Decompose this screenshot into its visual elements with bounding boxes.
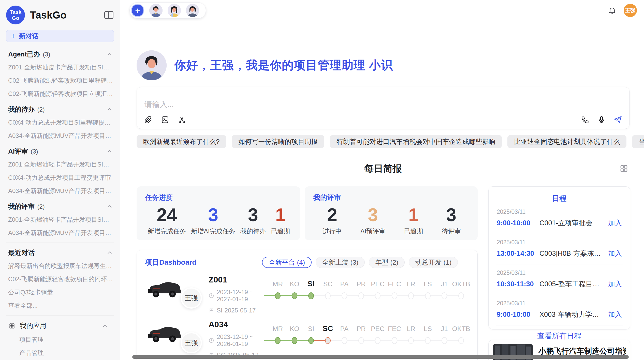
sidebar-item-product-mgmt[interactable]: 产品管理 (0, 346, 120, 359)
suggestion-chip[interactable]: 当下年轻人对汽车外观有怎样的喜好趋势 (632, 135, 644, 148)
section-title: AI评审 (8, 147, 28, 155)
tab-year-model[interactable]: 年型 (2) (369, 257, 405, 268)
list-item[interactable]: A034-全新新能源MUV产品开发项目法规符合性评审 (0, 184, 120, 198)
list-item[interactable]: 公司Q3轻卡销量 (0, 286, 120, 299)
bell-icon[interactable] (608, 6, 617, 15)
list-item[interactable]: C02-飞腾新能源轻客改款项目的闭环通告反馈情况 (0, 273, 120, 286)
milestone-label: PEC (371, 325, 384, 333)
greeting-row: 你好，王强，我是你的项目管理助理 小识 (137, 50, 630, 80)
section-recent-chats[interactable]: 最近对话 (0, 246, 120, 259)
stat-in-progress: 2 进行中 (323, 204, 342, 235)
suggestion-chip[interactable]: 特朗普可能对进口汽车增税会对中国车企造成哪些影响 (330, 135, 502, 148)
stat-value: 24 (148, 204, 186, 226)
sidebar-item-my-apps[interactable]: 我的应用 (0, 319, 120, 333)
apps-grid-icon (9, 323, 15, 329)
chevron-up-icon[interactable] (102, 323, 108, 329)
user-avatar[interactable]: 王强 (624, 4, 637, 17)
layout-grid-icon[interactable] (619, 164, 628, 173)
join-button[interactable]: 加入 (608, 279, 622, 289)
milestone-label: PA (340, 325, 349, 333)
milestone-label: PA (340, 280, 349, 288)
section-count: (3) (31, 148, 38, 155)
sidebar-item-project-mgmt[interactable]: 项目管理 (0, 333, 120, 346)
list-item[interactable]: A034-全新新能源MUV产品开发项目造型可行性评审 (0, 226, 120, 239)
join-button[interactable]: 加入 (608, 218, 622, 228)
composer[interactable]: 请输入... (137, 87, 630, 129)
milestone-timeline: MR KO SI SC PA PR PEC FEC LR LS J1 OKTB (264, 275, 470, 308)
suggestion-chip[interactable]: 欧洲新规最近颁布了什么? (137, 135, 226, 148)
schedule-time: 9:00-10:00 (497, 219, 539, 227)
tab-new-body[interactable]: 全新上装 (3) (316, 257, 365, 268)
milestone-label: MR (273, 280, 283, 288)
suggestion-chip[interactable]: 如何写一份清晰的项目周报 (232, 135, 324, 148)
collapse-sidebar-icon[interactable] (104, 11, 113, 19)
stats-row: 任务进度 24 新增完成任务 3 新增AI完成任务 3 (137, 186, 478, 240)
attachment-icon[interactable] (144, 115, 153, 124)
chevron-up-icon[interactable] (106, 51, 113, 58)
stat-value: 3 (442, 204, 461, 226)
section-agent-done[interactable]: Agent已办 (3) (0, 47, 120, 61)
horizontal-scrollbar[interactable] (132, 355, 629, 359)
my-review-card: 我的评审 2 进行中 3 AI预评审 1 (305, 186, 478, 240)
list-item[interactable]: C02-飞腾新能源轻客改款项目里程碑画布 (0, 74, 120, 87)
view-all-recent[interactable]: 查看全部... (0, 299, 120, 312)
chevron-up-icon[interactable] (106, 106, 113, 113)
task-progress-card: 任务进度 24 新增完成任务 3 新增AI完成任务 3 (137, 186, 300, 240)
new-chat-label: 新对话 (19, 32, 39, 41)
list-item[interactable]: C0X4-动力总成开发项目SI里程碑提交物检查 (0, 116, 120, 129)
card-title: 任务进度 (145, 193, 292, 202)
section-ai-review[interactable]: AI评审 (3) (0, 144, 120, 158)
milestone-dot (325, 292, 331, 299)
milestone-dot (342, 292, 347, 299)
chevron-up-icon[interactable] (106, 148, 113, 155)
list-item[interactable]: Z001-全新燃油轻卡产品开发项目SI造型提交物评审 (0, 158, 120, 171)
agent-avatar-1[interactable] (149, 4, 163, 17)
list-item[interactable]: A034-全新新能源MUV产品开发项目计划变更表编写 (0, 129, 120, 142)
list-item[interactable]: 解释最新出台的欧盟报废车法规再生塑料比例被调至15%... (0, 259, 120, 273)
project-row-z001[interactable]: 王强 Z001 2023-12-19 ~ 2027-01-19 SI-2025-… (145, 275, 470, 313)
section-my-todo[interactable]: 我的待办 (2) (0, 102, 120, 116)
divider (6, 315, 114, 316)
join-button[interactable]: 加入 (608, 310, 622, 319)
milestone-dot (342, 337, 347, 344)
milestone-dot (425, 292, 431, 299)
brief-right-column: 日程 2025/03/11 9:00-10:00 C001-立项审批会 加入 2… (488, 186, 630, 360)
project-row-a034[interactable]: 王强 A034 2023-12-19 ~ 2026-01-19 SC-2025-… (145, 319, 470, 357)
suggestion-chip[interactable]: 比亚迪全固态电池计划具体说了什么 (507, 135, 626, 148)
agent-pill: + (129, 2, 206, 19)
add-agent-button[interactable]: + (131, 4, 144, 17)
scissors-icon[interactable] (178, 115, 186, 124)
image-icon[interactable] (161, 115, 169, 124)
stat-value: 3 (191, 204, 235, 226)
send-icon[interactable] (613, 115, 622, 124)
stat-label: 新增完成任务 (148, 227, 186, 235)
agent-avatar-2[interactable] (168, 4, 181, 17)
tab-powertrain[interactable]: 动总开发 (1) (409, 257, 458, 268)
list-item[interactable]: Z001-全新燃油轻卡产品开发项目SI节点属性5D文件评审 (0, 213, 120, 226)
list-item[interactable]: C02-飞腾新能源轻客改款项目立项汇报方案 (0, 87, 120, 100)
list-item[interactable]: C0X4-动力总成开发项目工程变更评审 (0, 171, 120, 184)
milestone-label: SI (308, 325, 314, 333)
milestone-dot (358, 337, 364, 344)
stat-new-ai-done: 3 新增AI完成任务 (191, 204, 235, 235)
dashboard-title: 项目Dashboard (145, 258, 196, 267)
section-my-review[interactable]: 我的评审 (2) (0, 200, 120, 213)
logo-text-bottom: Go (12, 15, 19, 21)
phone-icon[interactable] (581, 115, 590, 124)
stat-label: 进行中 (323, 227, 342, 235)
owner-badge: 王强 (181, 332, 202, 353)
clock-icon (209, 338, 214, 343)
project-code: A034 (209, 320, 264, 329)
chevron-up-icon[interactable] (106, 203, 113, 210)
list-item[interactable]: Z001-全新燃油皮卡产品开发项目SI节点Lesson Learn报告 (0, 61, 120, 74)
tab-new-platform[interactable]: 全新平台 (4) (262, 257, 312, 268)
join-button[interactable]: 加入 (608, 249, 622, 258)
milestone-dot (275, 337, 281, 344)
schedule-item: 2025/03/11 9:00-10:00 C001-立项审批会 加入 (496, 203, 623, 234)
microphone-icon[interactable] (597, 115, 606, 124)
chevron-up-icon[interactable] (106, 250, 113, 256)
milestone-label-current: SC (323, 324, 333, 333)
project-dates-text: 2023-12-19 ~ 2026-01-19 (217, 333, 264, 348)
new-chat-button[interactable]: + 新对话 (6, 30, 114, 42)
agent-avatar-3[interactable] (186, 4, 199, 17)
